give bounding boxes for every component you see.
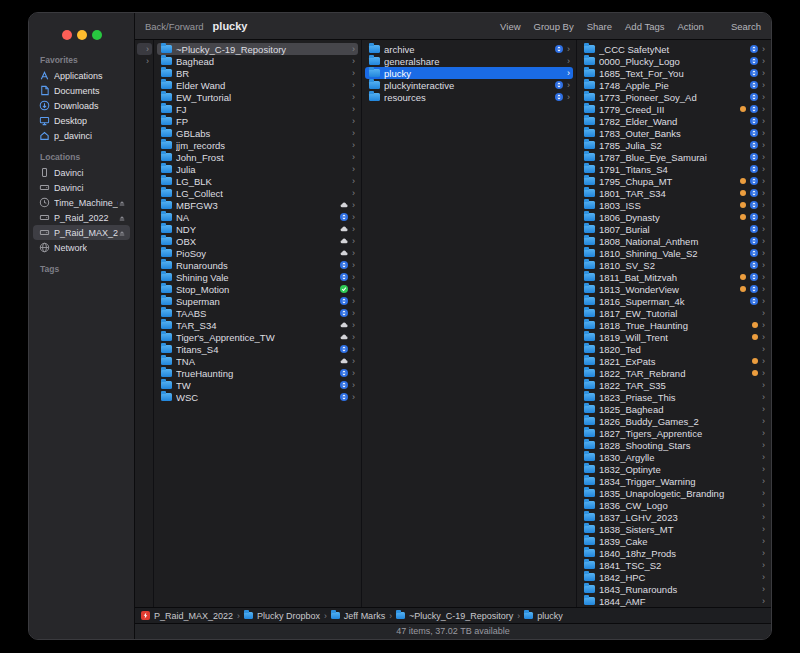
- file-row-john-frost[interactable]: John_Frost ›: [157, 151, 358, 163]
- file-row-1783-outer-banks[interactable]: 1783_Outer_Banks ›: [580, 127, 768, 139]
- sidebar-item-davinci[interactable]: Davinci: [33, 180, 130, 195]
- file-row-1826-buddy-games-2[interactable]: 1826_Buddy_Games_2 ›: [580, 415, 768, 427]
- toolbar-button-search[interactable]: Search: [731, 21, 761, 32]
- file-row-fj[interactable]: FJ ›: [157, 103, 358, 115]
- file-row-1839-cake[interactable]: 1839_Cake ›: [580, 535, 768, 547]
- file-row-titans-s4[interactable]: Titans_S4 ›: [157, 343, 358, 355]
- file-row-generalshare[interactable]: generalshare ›: [365, 55, 573, 67]
- file-row-plucky[interactable]: plucky ›: [365, 67, 573, 79]
- sidebar-item-p-raid-2022[interactable]: P_Raid_2022: [33, 210, 130, 225]
- file-row-1821-expats[interactable]: 1821_ExPats ›: [580, 355, 768, 367]
- file-row-piosoy[interactable]: PioSoy ›: [157, 247, 358, 259]
- file-row-truehaunting[interactable]: TrueHaunting ›: [157, 367, 358, 379]
- file-row-1835-unapologetic-branding[interactable]: 1835_Unapologetic_Branding ›: [580, 487, 768, 499]
- file-row-1810-shining-vale-s2[interactable]: 1810_Shining_Vale_S2 ›: [580, 247, 768, 259]
- zoom-button-icon[interactable]: [92, 30, 102, 40]
- file-row-1843-runarounds[interactable]: 1843_Runarounds ›: [580, 583, 768, 595]
- file-row-1807-burial[interactable]: 1807_Burial ›: [580, 223, 768, 235]
- sidebar-item-davinci[interactable]: Davinci: [33, 165, 130, 180]
- file-row-1822-tar-rebrand[interactable]: 1822_TAR_Rebrand ›: [580, 367, 768, 379]
- file-row-1813-wonderview[interactable]: 1813_WonderView ›: [580, 283, 768, 295]
- file-row-1811-bat-mitzvah[interactable]: 1811_Bat_Mitzvah ›: [580, 271, 768, 283]
- file-row-plucky-c-19-repository[interactable]: ~Plucky_C-19_Repository ›: [157, 43, 358, 55]
- file-row-tw[interactable]: TW ›: [157, 379, 358, 391]
- breadcrumb-plucky-dropbox[interactable]: Plucky Dropbox: [244, 611, 320, 621]
- file-row-1808-national-anthem[interactable]: 1808_National_Anthem ›: [580, 235, 768, 247]
- file-row-tna[interactable]: TNA ›: [157, 355, 358, 367]
- file-row-baghead[interactable]: Baghead ›: [157, 55, 358, 67]
- file-row-runarounds[interactable]: Runarounds ›: [157, 259, 358, 271]
- file-row-1819-will-trent[interactable]: 1819_Will_Trent ›: [580, 331, 768, 343]
- file-row-1830-argylle[interactable]: 1830_Argylle ›: [580, 451, 768, 463]
- file-row-1795-chupa-mt[interactable]: 1795_Chupa_MT ›: [580, 175, 768, 187]
- file-row-1773-pioneer-soy-ad[interactable]: 1773_Pioneer_Soy_Ad ›: [580, 91, 768, 103]
- file-row-1842-hpc[interactable]: 1842_HPC ›: [580, 571, 768, 583]
- file-row-1841-tsc-s2[interactable]: 1841_TSC_S2 ›: [580, 559, 768, 571]
- file-row-wsc[interactable]: WSC ›: [157, 391, 358, 403]
- sidebar-item-applications[interactable]: Applications: [33, 68, 130, 83]
- file-row-taabs[interactable]: TAABS ›: [157, 307, 358, 319]
- file-row-1836-cw-logo[interactable]: 1836_CW_Logo ›: [580, 499, 768, 511]
- eject-icon[interactable]: [118, 229, 126, 237]
- file-row-1832-optinyte[interactable]: 1832_Optinyte ›: [580, 463, 768, 475]
- file-row-na[interactable]: NA ›: [157, 211, 358, 223]
- file-row-1844-amf[interactable]: 1844_AMF ›: [580, 595, 768, 607]
- file-row-1785-julia-s2[interactable]: 1785_Julia_S2 ›: [580, 139, 768, 151]
- file-row-1810-sv-s2[interactable]: 1810_SV_S2 ›: [580, 259, 768, 271]
- file-row-br[interactable]: BR ›: [157, 67, 358, 79]
- file-row-1837-lghv-2023[interactable]: 1837_LGHV_2023 ›: [580, 511, 768, 523]
- breadcrumb-plucky-c-19-repository[interactable]: ~Plucky_C-19_Repository: [396, 611, 513, 621]
- file-row-ew-turtorial[interactable]: EW_Turtorial ›: [157, 91, 358, 103]
- file-row-1816-superman-4k[interactable]: 1816_Superman_4k ›: [580, 295, 768, 307]
- file-row-1840-18hz-prods[interactable]: 1840_18hz_Prods ›: [580, 547, 768, 559]
- sidebar-item-p-davinci[interactable]: p_davinci: [33, 128, 130, 143]
- previous-column-row[interactable]: ›: [137, 43, 152, 55]
- file-row-1818-true-haunting[interactable]: 1818_True_Haunting ›: [580, 319, 768, 331]
- minimize-button-icon[interactable]: [77, 30, 87, 40]
- file-row-fp[interactable]: FP ›: [157, 115, 358, 127]
- file-row-1817-ew-tutorial[interactable]: 1817_EW_Tutorial ›: [580, 307, 768, 319]
- file-row-1803-iss[interactable]: 1803_ISS ›: [580, 199, 768, 211]
- file-row-1787-blue-eye-samurai[interactable]: 1787_Blue_Eye_Samurai ›: [580, 151, 768, 163]
- breadcrumb-plucky[interactable]: plucky: [524, 611, 563, 621]
- previous-column-row[interactable]: ›: [137, 55, 152, 67]
- sidebar-item-desktop[interactable]: Desktop: [33, 113, 130, 128]
- file-row-archive[interactable]: archive ›: [365, 43, 573, 55]
- file-row-1834-trigger-warning[interactable]: 1834_Trigger_Warning ›: [580, 475, 768, 487]
- back-forward-button[interactable]: Back/Forward: [145, 21, 204, 32]
- file-row-ndy[interactable]: NDY ›: [157, 223, 358, 235]
- file-row-1825-baghead[interactable]: 1825_Baghead ›: [580, 403, 768, 415]
- file-row-1685-text-for-you[interactable]: 1685_Text_For_You ›: [580, 67, 768, 79]
- sidebar-item-network[interactable]: Network: [33, 240, 130, 255]
- file-row-jjm-records[interactable]: jjm_records ›: [157, 139, 358, 151]
- breadcrumb-p-raid-max-2022[interactable]: P_Raid_MAX_2022: [141, 611, 233, 621]
- file-row-1820-ted[interactable]: 1820_Ted ›: [580, 343, 768, 355]
- file-row-1827-tigers-apprentice[interactable]: 1827_Tigers_Apprentice ›: [580, 427, 768, 439]
- eject-icon[interactable]: [118, 199, 126, 207]
- file-row-pluckyinteractive[interactable]: pluckyinteractive ›: [365, 79, 573, 91]
- toolbar-button-group-by[interactable]: Group By: [534, 21, 574, 32]
- close-button-icon[interactable]: [62, 30, 72, 40]
- file-row-1823-priase-this[interactable]: 1823_Priase_This ›: [580, 391, 768, 403]
- file-row-lg-collect[interactable]: LG_Collect ›: [157, 187, 358, 199]
- toolbar-button-share[interactable]: Share: [587, 21, 612, 32]
- file-row-1791-titans-s4[interactable]: 1791_Titans_S4 ›: [580, 163, 768, 175]
- sidebar-item-downloads[interactable]: Downloads: [33, 98, 130, 113]
- toolbar-button-add-tags[interactable]: Add Tags: [625, 21, 664, 32]
- file-row-mbfgw3[interactable]: MBFGW3 ›: [157, 199, 358, 211]
- file-row-1748-apple-pie[interactable]: 1748_Apple_Pie ›: [580, 79, 768, 91]
- file-row-0000-plucky-logo[interactable]: 0000_Plucky_Logo ›: [580, 55, 768, 67]
- file-row-shining-vale[interactable]: Shining Vale ›: [157, 271, 358, 283]
- eject-icon[interactable]: [118, 214, 126, 222]
- file-row-tar-s34[interactable]: TAR_S34 ›: [157, 319, 358, 331]
- toolbar-button-action[interactable]: Action: [677, 21, 703, 32]
- file-row-1806-dynasty[interactable]: 1806_Dynasty ›: [580, 211, 768, 223]
- file-row-resources[interactable]: resources ›: [365, 91, 573, 103]
- file-row-obx[interactable]: OBX ›: [157, 235, 358, 247]
- file-row-1838-sisters-mt[interactable]: 1838_Sisters_MT ›: [580, 523, 768, 535]
- file-row-ccc-safetynet[interactable]: _CCC SafetyNet ›: [580, 43, 768, 55]
- file-row-elder-wand[interactable]: Elder Wand ›: [157, 79, 358, 91]
- sidebar-item-time-machine-031321[interactable]: Time_Machine_031321: [33, 195, 130, 210]
- file-row-1828-shooting-stars[interactable]: 1828_Shooting_Stars ›: [580, 439, 768, 451]
- sidebar-item-p-raid-max-2022[interactable]: P_Raid_MAX_2022: [33, 225, 130, 240]
